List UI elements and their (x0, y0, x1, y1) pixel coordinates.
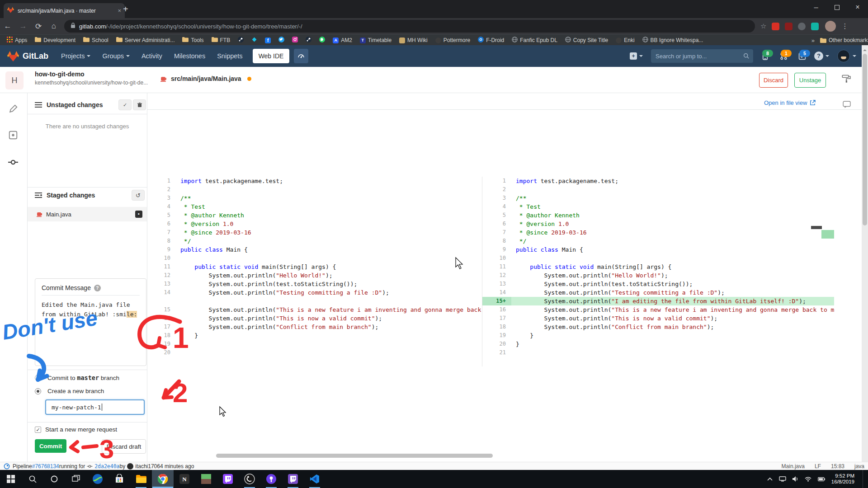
rail-review-icon[interactable] (8, 130, 18, 142)
code-line[interactable]: 16 System.out.println("This is a new fea… (482, 305, 834, 314)
code-line[interactable]: 15 System.out.println("This is a new fea… (147, 305, 482, 314)
radio-commit-to-master-label[interactable]: Commit to master branch (47, 374, 119, 381)
project-name[interactable]: how-to-git-demo (35, 70, 85, 78)
paint-roller-icon[interactable] (842, 74, 851, 85)
unstage-button[interactable]: Unstage (794, 73, 826, 88)
code-line[interactable]: 11 public static void main(String[] args… (147, 263, 482, 271)
code-line[interactable]: 9public class Main { (482, 245, 834, 254)
taskbar-cortana-icon[interactable] (43, 470, 65, 488)
bookmark-item[interactable] (249, 37, 259, 44)
taskbar-obs-icon[interactable] (239, 470, 260, 488)
window-close-button[interactable]: × (847, 0, 868, 14)
code-line[interactable]: 6 * @version 1.0 (482, 220, 834, 228)
taskbar-chrome-icon[interactable] (152, 470, 174, 488)
issues-icon[interactable]: 8 (761, 52, 769, 60)
code-line[interactable]: 18 } (147, 331, 482, 340)
code-line[interactable]: 1import test.packagename.test; (147, 177, 482, 185)
code-line[interactable]: 1import test.packagename.test; (482, 177, 834, 185)
code-line[interactable]: 4 * Test (147, 202, 482, 211)
diff-spacer-row[interactable] (147, 297, 482, 305)
open-in-file-view-link[interactable]: Open in file view (764, 99, 816, 106)
status-eol[interactable]: LF (815, 463, 821, 469)
rail-edit-icon[interactable] (8, 104, 18, 116)
extension-icon-3[interactable] (798, 23, 806, 30)
back-icon[interactable]: ← (0, 22, 15, 31)
bookmark-item[interactable]: MH Wiki (397, 37, 430, 43)
commit-sha-link[interactable]: 2da2e40a (94, 463, 119, 469)
tray-monitor-icon[interactable] (779, 476, 786, 482)
status-file-name[interactable]: Main.java (782, 463, 805, 469)
new-tab-button[interactable]: + (123, 5, 128, 14)
unstage-file-button[interactable]: ▪ (135, 211, 142, 218)
code-line[interactable]: 8 */ (482, 237, 834, 245)
code-line[interactable]: 10 (147, 254, 482, 263)
bookmark-star-icon[interactable]: ☆ (760, 22, 766, 30)
nav-item-snippets[interactable]: Snippets (217, 52, 242, 60)
branch-name-input[interactable]: my-new-patch-1 (45, 399, 145, 415)
taskbar-store-icon[interactable] (108, 470, 130, 488)
stage-all-button[interactable]: ✓ (118, 99, 132, 110)
code-line[interactable]: 19 } (482, 331, 834, 340)
bookmark-item[interactable] (276, 37, 287, 44)
diff-pane-right[interactable]: 1import test.packagename.test;23/**4 * T… (482, 177, 834, 366)
diff-pane-left[interactable]: 1import test.packagename.test;23/**4 * T… (147, 177, 482, 366)
window-maximize-button[interactable] (826, 0, 847, 14)
bookmark-item[interactable] (303, 37, 314, 44)
browser-menu-kebab-icon[interactable]: ⋮ (841, 22, 848, 30)
status-cursor-position[interactable]: 15:83 (831, 463, 844, 469)
code-line[interactable]: 14 System.out.println("Testing committin… (482, 288, 834, 297)
code-line[interactable]: 17 System.out.println("This is now a val… (482, 314, 834, 323)
taskbar-app-blue-disc-icon[interactable] (87, 470, 108, 488)
merge-request-checkbox-label[interactable]: Start a new merge request (45, 426, 117, 433)
code-line[interactable]: 12 System.out.println("Hello World!"); (147, 271, 482, 280)
rail-commit-icon[interactable] (8, 157, 18, 169)
nav-item-projects[interactable]: Projects (61, 52, 90, 60)
new-item-button[interactable]: + (630, 52, 643, 60)
taskbar-twitch-icon[interactable] (217, 470, 239, 488)
bookmark-item[interactable]: Apps (5, 37, 29, 44)
code-line[interactable]: 6 * @version 1.0 (147, 220, 482, 228)
taskbar-explorer-icon[interactable] (130, 470, 152, 488)
help-menu[interactable]: ? (814, 52, 829, 61)
code-line[interactable]: 7 * @since 2019-03-16 (147, 228, 482, 237)
extension-icon-4[interactable] (811, 23, 819, 30)
bookmarks-overflow-chevron[interactable]: » (811, 37, 815, 44)
bookmark-item[interactable]: Development (33, 37, 78, 43)
bookmark-item[interactable] (236, 37, 246, 44)
show-desktop-button[interactable] (863, 470, 865, 488)
code-line[interactable]: 14 System.out.println("Testing committin… (147, 288, 482, 297)
unstage-all-button[interactable]: ↺ (132, 190, 145, 201)
code-line[interactable]: 2 (147, 185, 482, 194)
extension-icon-1[interactable] (772, 23, 779, 30)
address-bar[interactable]: gitlab.com/-/ide/project/kennethsohyq/sc… (64, 20, 755, 33)
nav-item-activity[interactable]: Activity (142, 52, 162, 60)
bookmark-item[interactable] (317, 37, 327, 44)
bookmark-item[interactable]: School (81, 37, 111, 43)
horizontal-scrollbar[interactable] (216, 454, 493, 458)
taskbar-maps-pin-icon[interactable] (260, 470, 282, 488)
code-line[interactable]: 3/** (482, 194, 834, 202)
extension-icon-2[interactable] (785, 23, 793, 30)
radio-commit-to-master[interactable] (35, 375, 41, 381)
window-minimize-button[interactable]: ─ (806, 0, 826, 14)
code-line[interactable]: 15+ System.out.println("I am editing the… (482, 297, 834, 305)
other-bookmarks[interactable]: Other bookmarks (818, 37, 868, 43)
taskbar-minecraft-icon[interactable] (195, 470, 217, 488)
bookmark-item[interactable]: TTimetable (358, 37, 394, 43)
code-line[interactable]: 12 System.out.println("Hello World!"); (482, 271, 834, 280)
web-ide-tab[interactable]: Web IDE (253, 49, 290, 63)
tray-volume-icon[interactable] (793, 476, 798, 482)
commit-message-text[interactable]: Edited the Main.java file from within Gi… (35, 296, 146, 324)
code-line[interactable]: 7 * @since 2019-03-16 (482, 228, 834, 237)
bookmark-item[interactable]: Tools (180, 37, 206, 43)
staged-file-row[interactable]: Main.java ▪ (28, 207, 147, 221)
forward-icon[interactable]: → (15, 22, 31, 31)
discard-button[interactable]: Discard (759, 73, 788, 88)
search-input[interactable] (651, 49, 753, 63)
merge-requests-icon[interactable]: 1 (780, 52, 788, 60)
taskbar-notion-icon[interactable]: N (174, 470, 195, 488)
commit-button[interactable]: Commit (35, 439, 66, 453)
scrollbar-up-arrow[interactable] (863, 47, 867, 51)
user-menu[interactable] (837, 50, 856, 62)
nav-item-milestones[interactable]: Milestones (174, 52, 205, 60)
